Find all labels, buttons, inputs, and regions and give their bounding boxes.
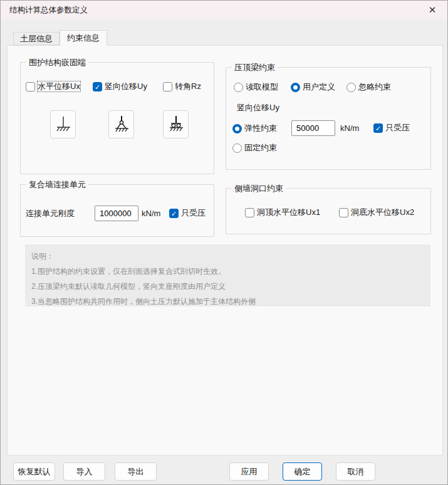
radio-user-defined-circle[interactable] [291,83,300,92]
import-button[interactable]: 导入 [63,462,105,481]
checkbox-opening-top-ux1[interactable]: 洞顶水平位移Ux1 [245,207,320,217]
ok-button[interactable]: 确定 [283,462,322,481]
checkbox-rz-label: 转角Rz [175,81,201,91]
radio-elastic-constraint-circle[interactable] [232,124,242,133]
checkbox-opening-top-ux1-box[interactable] [245,208,254,217]
dialog-title: 结构计算总体参数定义 [1,5,88,16]
fixed-support-button[interactable] [50,110,76,138]
tab-page: 围护结构嵌固端 水平位移Ux ✓ 竖向位移Uy 转角Rz [7,45,443,456]
link-stiffness-input[interactable] [95,206,138,221]
group-cap-beam: 压顶梁约束 读取模型 用户定义 忽略约束 竖向位移Uy 弹性约束 kN/m ✓ [226,67,431,170]
dialog-window: 结构计算总体参数定义 ✕ 土层信息 约束信息 围护结构嵌固端 水平位移Ux ✓ … [0,0,448,485]
tab-soil-layer-info[interactable]: 土层信息 [13,32,60,45]
tab-strip: 土层信息 约束信息 [13,30,107,46]
radio-fixed-constraint-circle[interactable] [232,143,242,153]
checkbox-uy-box[interactable]: ✓ [93,82,102,91]
checkbox-opening-top-ux1-label: 洞顶水平位移Ux1 [257,207,320,217]
notes-title: 说明： [31,249,424,264]
checkbox-opening-bottom-ux2[interactable]: 洞底水平位移Ux2 [339,207,414,217]
roller-support-icon [167,115,185,135]
elastic-stiffness-unit: kN/m [340,123,359,133]
radio-ignore-constraint-label: 忽略约束 [358,82,391,92]
checkbox-ux-box[interactable] [26,82,35,91]
checkbox-compression-only-wall-box[interactable]: ✓ [169,209,179,218]
checkbox-compression-only-beam[interactable]: ✓ 只受压 [373,123,410,133]
restore-defaults-button[interactable]: 恢复默认 [13,462,55,481]
elastic-stiffness-input[interactable] [291,120,335,136]
radio-read-model-circle[interactable] [234,83,243,92]
radio-fixed-constraint-label: 固定约束 [244,143,277,153]
group-side-wall-opening: 侧墙洞口约束 洞顶水平位移Ux1 洞底水平位移Ux2 [226,188,431,234]
checkbox-opening-bottom-ux2-box[interactable] [339,208,348,217]
checkbox-ux-label: 水平位移Ux [38,81,80,91]
checkbox-opening-bottom-ux2-label: 洞底水平位移Ux2 [351,207,414,217]
checkbox-compression-only-beam-box[interactable]: ✓ [373,123,383,133]
checkbox-compression-only-beam-label: 只受压 [385,123,410,133]
link-stiffness-unit: kN/m [142,209,160,219]
export-button[interactable]: 导出 [115,462,157,481]
checkbox-uy-label: 竖向位移Uy [105,81,147,91]
close-icon[interactable]: ✕ [419,1,446,19]
pinned-support-icon [113,115,130,135]
cancel-button[interactable]: 取消 [336,462,375,481]
fixed-support-icon [55,115,72,135]
group-cap-beam-title: 压顶梁约束 [232,63,278,72]
pinned-support-button[interactable] [108,110,134,138]
group-composite-wall-title: 复合墙连接单元 [26,180,88,189]
radio-ignore-constraint[interactable]: 忽略约束 [346,82,391,92]
group-composite-wall: 复合墙连接单元 连接单元刚度 kN/m ✓ 只受压 [20,184,214,237]
titlebar: 结构计算总体参数定义 ✕ [1,1,447,19]
vertical-displacement-label: 竖向位移Uy [237,103,279,113]
notes-line-3: 3.当忽略围护结构共同作用时，侧向土压力默认施加于主体结构外侧 [31,294,424,309]
radio-user-defined[interactable]: 用户定义 [291,82,335,92]
group-side-wall-opening-title: 侧墙洞口约束 [232,184,286,193]
checkbox-compression-only-wall[interactable]: ✓ 只受压 [169,208,206,218]
checkbox-compression-only-wall-label: 只受压 [181,208,206,218]
checkbox-uy[interactable]: ✓ 竖向位移Uy [93,81,147,91]
checkbox-ux[interactable]: 水平位移Ux [26,81,80,91]
notes-line-1: 1.围护结构的约束设置，仅在剖面选择复合式剖切时生效。 [31,264,424,279]
checkbox-rz-box[interactable] [163,82,172,91]
tab-constraint-info[interactable]: 约束信息 [60,30,107,46]
notes-box: 说明： 1.围护结构的约束设置，仅在剖面选择复合式剖切时生效。 2.压顶梁约束默… [25,244,430,306]
apply-button[interactable]: 应用 [229,462,269,481]
roller-support-button[interactable] [163,110,189,138]
radio-ignore-constraint-circle[interactable] [346,83,356,92]
link-stiffness-label: 连接单元刚度 [26,209,75,219]
checkbox-rz[interactable]: 转角Rz [163,81,201,91]
notes-line-2: 2.压顶梁约束默认读取几何模型，竖向支座刚度由用户定义 [31,279,424,294]
group-embedded-end-title: 围护结构嵌固端 [26,58,88,67]
radio-elastic-constraint[interactable]: 弹性约束 [232,123,277,133]
radio-read-model[interactable]: 读取模型 [234,82,278,92]
radio-elastic-constraint-label: 弹性约束 [244,123,277,133]
radio-user-defined-label: 用户定义 [303,82,335,92]
group-embedded-end: 围护结构嵌固端 水平位移Ux ✓ 竖向位移Uy 转角Rz [20,62,214,174]
radio-fixed-constraint[interactable]: 固定约束 [232,143,277,153]
radio-read-model-label: 读取模型 [246,82,278,92]
